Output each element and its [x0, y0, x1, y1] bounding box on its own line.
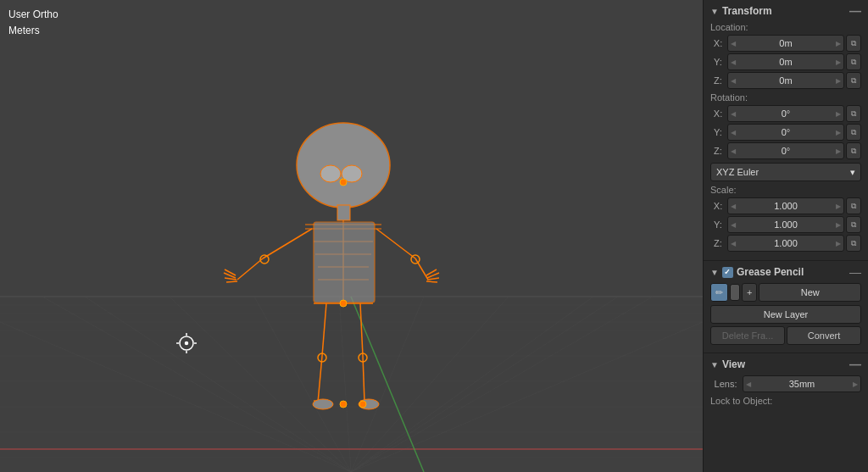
- viewport-area[interactable]: User Ortho Meters: [0, 0, 703, 472]
- rotation-x-label: X:: [710, 108, 726, 119]
- new-layer-btn[interactable]: New Layer: [710, 305, 861, 324]
- location-label: Location:: [710, 22, 861, 32]
- svg-line-48: [226, 281, 237, 282]
- location-y-input[interactable]: 0m: [727, 53, 844, 70]
- rotation-y-input[interactable]: 0°: [727, 124, 844, 141]
- rotation-z-input[interactable]: 0°: [727, 142, 844, 159]
- svg-line-54: [426, 281, 437, 282]
- rotation-mode-arrow-icon: ▾: [850, 167, 855, 178]
- scale-x-input[interactable]: 1.000: [727, 197, 844, 214]
- scale-x-row: X: 1.000 ⧉: [710, 197, 861, 214]
- viewport-units: Meters: [8, 23, 58, 39]
- rotation-mode-value: XYZ Euler: [716, 167, 759, 177]
- rotation-x-input[interactable]: 0°: [727, 105, 844, 122]
- scale-y-copy-btn[interactable]: ⧉: [846, 216, 861, 233]
- transform-collapse-icon[interactable]: ▼: [710, 7, 719, 16]
- location-y-row: Y: 0m ⧉: [710, 53, 861, 70]
- view-collapse-icon[interactable]: ▼: [710, 360, 719, 369]
- lens-input[interactable]: 35mm: [743, 375, 861, 392]
- rotation-y-copy-btn[interactable]: ⧉: [846, 124, 861, 141]
- rotation-x-copy-btn[interactable]: ⧉: [846, 105, 861, 122]
- rotation-label: Rotation:: [710, 92, 861, 103]
- scale-z-input[interactable]: 1.000: [727, 235, 844, 252]
- gp-action-buttons: Delete Fra... Convert: [710, 326, 861, 345]
- viewport-info: User Ortho Meters: [8, 7, 58, 39]
- location-x-label: X:: [710, 38, 726, 48]
- view-minimize-btn[interactable]: —: [849, 358, 861, 370]
- rotation-z-label: Z:: [710, 146, 726, 156]
- lock-to-object-label: Lock to Object:: [710, 396, 861, 406]
- scale-label: Scale:: [710, 185, 861, 195]
- svg-point-31: [297, 123, 390, 208]
- transform-title: Transform: [722, 5, 772, 17]
- lens-label: Lens:: [710, 379, 741, 389]
- svg-rect-42: [314, 222, 375, 303]
- gp-checkbox[interactable]: ✓: [722, 267, 733, 278]
- scale-z-row: Z: 1.000 ⧉: [710, 235, 861, 252]
- gp-new-btn[interactable]: New: [759, 283, 861, 302]
- grease-pencil-title: Grease Pencil: [737, 266, 804, 278]
- gp-minimize-btn[interactable]: —: [849, 266, 861, 278]
- svg-point-65: [340, 300, 347, 307]
- svg-point-64: [340, 179, 347, 186]
- grease-pencil-section: ▼ ✓ Grease Pencil — ✏ + New New Layer De…: [704, 261, 868, 353]
- grease-pencil-header: ▼ ✓ Grease Pencil —: [710, 266, 861, 278]
- location-z-row: Z: 0m ⧉: [710, 72, 861, 89]
- rotation-y-row: Y: 0° ⧉: [710, 124, 861, 141]
- scale-x-copy-btn[interactable]: ⧉: [846, 197, 861, 214]
- scale-x-label: X:: [710, 201, 726, 211]
- location-z-input[interactable]: 0m: [727, 72, 844, 89]
- scale-y-input[interactable]: 1.000: [727, 216, 844, 233]
- gp-separator: [730, 284, 740, 301]
- rotation-y-label: Y:: [710, 127, 726, 137]
- scale-y-label: Y:: [710, 219, 726, 230]
- rotation-z-row: Z: 0° ⧉: [710, 142, 861, 159]
- svg-rect-34: [337, 205, 350, 220]
- view-header: ▼ View —: [710, 358, 861, 370]
- lens-row: Lens: 35mm: [710, 375, 861, 392]
- location-x-row: X: 0m ⧉: [710, 35, 861, 52]
- delete-frame-btn[interactable]: Delete Fra...: [710, 326, 785, 345]
- view-title: View: [722, 358, 745, 370]
- location-group: Location: X: 0m ⧉ Y: 0m ⧉ Z: 0m ⧉: [710, 22, 861, 89]
- gp-plus-btn[interactable]: +: [742, 283, 757, 302]
- viewport-mode: User Ortho: [8, 7, 58, 23]
- viewport-canvas: [0, 0, 703, 472]
- right-panel: ▼ Transform — Location: X: 0m ⧉ Y: 0m ⧉ …: [703, 0, 868, 472]
- location-x-input[interactable]: 0m: [727, 35, 844, 52]
- rotation-group: Rotation: X: 0° ⧉ Y: 0° ⧉ Z: 0° ⧉: [710, 92, 861, 159]
- svg-point-59: [313, 399, 333, 409]
- svg-point-67: [359, 401, 366, 408]
- transform-section: ▼ Transform — Location: X: 0m ⧉ Y: 0m ⧉ …: [704, 0, 868, 261]
- view-section: ▼ View — Lens: 35mm Lock to Object:: [704, 353, 868, 414]
- location-z-label: Z:: [710, 75, 726, 86]
- location-y-copy-btn[interactable]: ⧉: [846, 53, 861, 70]
- convert-btn[interactable]: Convert: [787, 326, 861, 345]
- rotation-z-copy-btn[interactable]: ⧉: [846, 142, 861, 159]
- location-x-copy-btn[interactable]: ⧉: [846, 35, 861, 52]
- transform-header: ▼ Transform —: [710, 5, 861, 17]
- scale-y-row: Y: 1.000 ⧉: [710, 216, 861, 233]
- location-y-label: Y:: [710, 57, 726, 67]
- gp-toolbar: ✏ + New: [710, 283, 861, 302]
- transform-minimize-btn[interactable]: —: [849, 5, 861, 17]
- rotation-x-row: X: 0° ⧉: [710, 105, 861, 122]
- location-z-copy-btn[interactable]: ⧉: [846, 72, 861, 89]
- svg-point-30: [186, 342, 188, 345]
- svg-point-66: [340, 401, 347, 408]
- rotation-mode-dropdown[interactable]: XYZ Euler ▾: [710, 163, 861, 181]
- gp-pencil-btn[interactable]: ✏: [710, 283, 728, 302]
- scale-z-label: Z:: [710, 238, 726, 248]
- scale-group: Scale: X: 1.000 ⧉ Y: 1.000 ⧉ Z: 1.000 ⧉: [710, 185, 861, 252]
- gp-collapse-icon[interactable]: ▼: [710, 268, 719, 277]
- scale-z-copy-btn[interactable]: ⧉: [846, 235, 861, 252]
- svg-point-32: [320, 165, 341, 182]
